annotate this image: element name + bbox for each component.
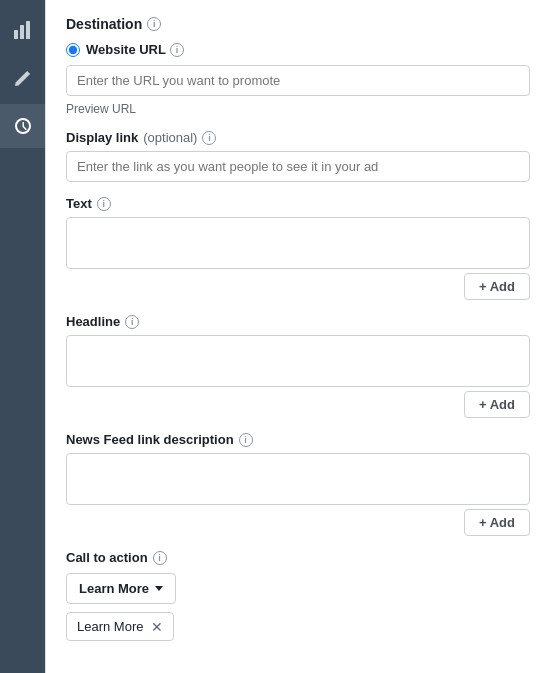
website-url-radio[interactable] [66, 43, 80, 57]
destination-section: Destination i [66, 16, 530, 32]
text-input[interactable] [66, 217, 530, 269]
display-link-input[interactable] [66, 151, 530, 182]
cta-dropdown-text: Learn More [79, 581, 149, 596]
text-group: Text i [66, 196, 530, 269]
svg-rect-1 [20, 25, 24, 39]
sidebar-item-history[interactable] [0, 104, 45, 148]
sidebar-item-edit[interactable] [0, 56, 45, 100]
cta-label: Call to action i [66, 550, 530, 565]
destination-info-icon[interactable]: i [147, 17, 161, 31]
website-url-info-icon[interactable]: i [170, 43, 184, 57]
edit-icon [13, 68, 33, 88]
cta-tag-text: Learn More [77, 619, 143, 634]
cta-dropdown-button[interactable]: Learn More [66, 573, 176, 604]
bar-chart-icon [13, 20, 33, 40]
add-headline-row: + Add [66, 391, 530, 418]
cta-info-icon[interactable]: i [153, 551, 167, 565]
cta-section: Call to action i Learn More Learn More ✕ [66, 550, 530, 641]
chevron-down-icon [155, 586, 163, 591]
cta-tag-row: Learn More ✕ [66, 612, 530, 641]
sidebar [0, 0, 45, 673]
newsfeed-label: News Feed link description i [66, 432, 530, 447]
svg-rect-0 [14, 30, 18, 39]
add-text-button[interactable]: + Add [464, 273, 530, 300]
headline-input[interactable] [66, 335, 530, 387]
destination-label: Destination [66, 16, 142, 32]
cta-tag-close-button[interactable]: ✕ [151, 620, 163, 634]
cta-dropdown-row: Learn More [66, 573, 530, 612]
add-text-row: + Add [66, 273, 530, 300]
headline-info-icon[interactable]: i [125, 315, 139, 329]
add-newsfeed-row: + Add [66, 509, 530, 536]
headline-group: Headline i [66, 314, 530, 387]
website-url-radio-row: Website URL i [66, 42, 530, 57]
display-link-group: Display link (optional) i [66, 130, 530, 186]
headline-label: Headline i [66, 314, 530, 329]
preview-url-text: Preview URL [66, 102, 530, 116]
svg-rect-2 [26, 21, 30, 39]
main-content: Destination i Website URL i Preview URL … [45, 0, 550, 673]
website-url-input[interactable] [66, 65, 530, 96]
add-headline-button[interactable]: + Add [464, 391, 530, 418]
add-newsfeed-button[interactable]: + Add [464, 509, 530, 536]
text-info-icon[interactable]: i [97, 197, 111, 211]
display-link-info-icon[interactable]: i [202, 131, 216, 145]
text-label: Text i [66, 196, 530, 211]
history-icon [13, 116, 33, 136]
newsfeed-group: News Feed link description i [66, 432, 530, 505]
newsfeed-info-icon[interactable]: i [239, 433, 253, 447]
display-link-label: Display link (optional) i [66, 130, 530, 145]
website-url-radio-label: Website URL i [86, 42, 184, 57]
newsfeed-input[interactable] [66, 453, 530, 505]
cta-tag: Learn More ✕ [66, 612, 174, 641]
sidebar-item-analytics[interactable] [0, 8, 45, 52]
